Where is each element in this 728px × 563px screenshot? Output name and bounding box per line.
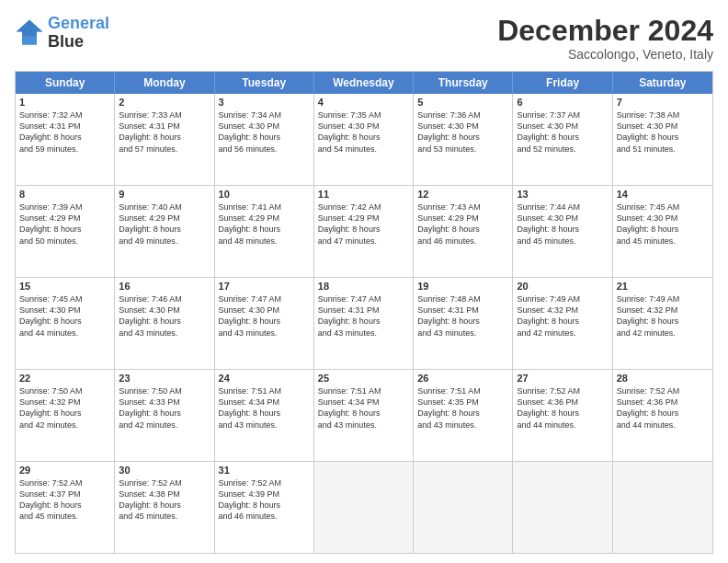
day-number: 14 — [617, 189, 709, 200]
calendar-row: 22Sunrise: 7:50 AMSunset: 4:32 PMDayligh… — [16, 369, 712, 461]
cell-info: Sunrise: 7:39 AMSunset: 4:29 PMDaylight:… — [19, 201, 110, 247]
location-title: Saccolongo, Veneto, Italy — [497, 47, 713, 62]
day-number: 21 — [617, 281, 709, 292]
calendar-row: 29Sunrise: 7:52 AMSunset: 4:37 PMDayligh… — [16, 461, 712, 553]
calendar: SundayMondayTuesdayWednesdayThursdayFrid… — [15, 71, 713, 554]
calendar-cell: 27Sunrise: 7:52 AMSunset: 4:36 PMDayligh… — [513, 370, 612, 461]
calendar-cell: 17Sunrise: 7:47 AMSunset: 4:30 PMDayligh… — [215, 278, 314, 369]
day-number: 22 — [19, 373, 110, 384]
cell-info: Sunrise: 7:49 AMSunset: 4:32 PMDaylight:… — [617, 293, 709, 339]
weekday-header: Saturday — [613, 72, 712, 94]
day-number: 17 — [219, 281, 310, 292]
calendar-header: SundayMondayTuesdayWednesdayThursdayFrid… — [16, 72, 712, 94]
cell-info: Sunrise: 7:52 AMSunset: 4:39 PMDaylight:… — [219, 477, 310, 523]
weekday-header: Monday — [115, 72, 214, 94]
day-number: 20 — [517, 281, 608, 292]
logo-line2: Blue — [48, 32, 84, 51]
calendar-cell: 31Sunrise: 7:52 AMSunset: 4:39 PMDayligh… — [215, 462, 314, 553]
day-number: 10 — [219, 189, 310, 200]
weekday-header: Sunday — [16, 72, 115, 94]
day-number: 13 — [517, 189, 608, 200]
calendar-cell: 25Sunrise: 7:51 AMSunset: 4:34 PMDayligh… — [314, 370, 414, 461]
cell-info: Sunrise: 7:46 AMSunset: 4:30 PMDaylight:… — [119, 293, 210, 339]
calendar-cell: 14Sunrise: 7:45 AMSunset: 4:30 PMDayligh… — [613, 186, 712, 277]
day-number: 26 — [417, 373, 508, 384]
cell-info: Sunrise: 7:52 AMSunset: 4:36 PMDaylight:… — [517, 385, 608, 431]
day-number: 19 — [417, 281, 508, 292]
calendar-cell: 19Sunrise: 7:48 AMSunset: 4:31 PMDayligh… — [414, 278, 513, 369]
day-number: 9 — [119, 189, 210, 200]
calendar-cell: 24Sunrise: 7:51 AMSunset: 4:34 PMDayligh… — [215, 370, 314, 461]
day-number: 15 — [19, 281, 110, 292]
cell-info: Sunrise: 7:47 AMSunset: 4:30 PMDaylight:… — [219, 293, 310, 339]
day-number: 11 — [318, 189, 409, 200]
cell-info: Sunrise: 7:51 AMSunset: 4:34 PMDaylight:… — [219, 385, 310, 431]
cell-info: Sunrise: 7:41 AMSunset: 4:29 PMDaylight:… — [219, 201, 310, 247]
calendar-cell — [613, 462, 712, 553]
calendar-cell: 23Sunrise: 7:50 AMSunset: 4:33 PMDayligh… — [115, 370, 214, 461]
day-number: 23 — [119, 373, 210, 384]
cell-info: Sunrise: 7:37 AMSunset: 4:30 PMDaylight:… — [517, 109, 608, 155]
cell-info: Sunrise: 7:48 AMSunset: 4:31 PMDaylight:… — [417, 293, 508, 339]
day-number: 4 — [318, 97, 409, 108]
calendar-row: 1Sunrise: 7:32 AMSunset: 4:31 PMDaylight… — [16, 94, 712, 185]
calendar-row: 8Sunrise: 7:39 AMSunset: 4:29 PMDaylight… — [16, 185, 712, 277]
cell-info: Sunrise: 7:35 AMSunset: 4:30 PMDaylight:… — [318, 109, 409, 155]
calendar-cell — [314, 462, 414, 553]
day-number: 7 — [617, 97, 709, 108]
calendar-cell: 5Sunrise: 7:36 AMSunset: 4:30 PMDaylight… — [414, 94, 513, 185]
day-number: 8 — [19, 189, 110, 200]
day-number: 25 — [318, 373, 409, 384]
day-number: 3 — [219, 97, 310, 108]
calendar-cell: 18Sunrise: 7:47 AMSunset: 4:31 PMDayligh… — [314, 278, 414, 369]
month-title: December 2024 — [497, 15, 713, 47]
weekday-header: Wednesday — [314, 72, 414, 94]
cell-info: Sunrise: 7:45 AMSunset: 4:30 PMDaylight:… — [19, 293, 110, 339]
logo-area: General Blue — [15, 15, 109, 52]
calendar-cell: 13Sunrise: 7:44 AMSunset: 4:30 PMDayligh… — [513, 186, 612, 277]
calendar-cell: 21Sunrise: 7:49 AMSunset: 4:32 PMDayligh… — [613, 278, 712, 369]
calendar-body: 1Sunrise: 7:32 AMSunset: 4:31 PMDaylight… — [16, 94, 712, 553]
cell-info: Sunrise: 7:44 AMSunset: 4:30 PMDaylight:… — [517, 201, 608, 247]
calendar-cell: 11Sunrise: 7:42 AMSunset: 4:29 PMDayligh… — [314, 186, 414, 277]
calendar-cell: 4Sunrise: 7:35 AMSunset: 4:30 PMDaylight… — [314, 94, 414, 185]
calendar-cell: 12Sunrise: 7:43 AMSunset: 4:29 PMDayligh… — [414, 186, 513, 277]
cell-info: Sunrise: 7:34 AMSunset: 4:30 PMDaylight:… — [219, 109, 310, 155]
logo-icon — [15, 18, 44, 48]
day-number: 30 — [119, 465, 210, 476]
cell-info: Sunrise: 7:50 AMSunset: 4:32 PMDaylight:… — [19, 385, 110, 431]
calendar-cell: 10Sunrise: 7:41 AMSunset: 4:29 PMDayligh… — [215, 186, 314, 277]
calendar-cell: 22Sunrise: 7:50 AMSunset: 4:32 PMDayligh… — [16, 370, 115, 461]
page: General Blue December 2024 Saccolongo, V… — [0, 0, 728, 563]
day-number: 29 — [19, 465, 110, 476]
cell-info: Sunrise: 7:45 AMSunset: 4:30 PMDaylight:… — [617, 201, 709, 247]
weekday-header: Tuesday — [215, 72, 314, 94]
day-number: 24 — [219, 373, 310, 384]
day-number: 1 — [19, 97, 110, 108]
day-number: 2 — [119, 97, 210, 108]
cell-info: Sunrise: 7:42 AMSunset: 4:29 PMDaylight:… — [318, 201, 409, 247]
calendar-cell: 15Sunrise: 7:45 AMSunset: 4:30 PMDayligh… — [16, 278, 115, 369]
svg-marker-1 — [17, 19, 43, 36]
calendar-cell: 9Sunrise: 7:40 AMSunset: 4:29 PMDaylight… — [115, 186, 214, 277]
calendar-cell — [513, 462, 612, 553]
calendar-cell — [414, 462, 513, 553]
cell-info: Sunrise: 7:47 AMSunset: 4:31 PMDaylight:… — [318, 293, 409, 339]
cell-info: Sunrise: 7:43 AMSunset: 4:29 PMDaylight:… — [417, 201, 508, 247]
calendar-cell: 16Sunrise: 7:46 AMSunset: 4:30 PMDayligh… — [115, 278, 214, 369]
cell-info: Sunrise: 7:52 AMSunset: 4:36 PMDaylight:… — [617, 385, 709, 431]
day-number: 5 — [417, 97, 508, 108]
cell-info: Sunrise: 7:51 AMSunset: 4:35 PMDaylight:… — [417, 385, 508, 431]
cell-info: Sunrise: 7:33 AMSunset: 4:31 PMDaylight:… — [119, 109, 210, 155]
calendar-cell: 7Sunrise: 7:38 AMSunset: 4:30 PMDaylight… — [613, 94, 712, 185]
logo-text: General Blue — [48, 15, 109, 52]
cell-info: Sunrise: 7:51 AMSunset: 4:34 PMDaylight:… — [318, 385, 409, 431]
day-number: 6 — [517, 97, 608, 108]
day-number: 18 — [318, 281, 409, 292]
calendar-cell: 2Sunrise: 7:33 AMSunset: 4:31 PMDaylight… — [115, 94, 214, 185]
header: General Blue December 2024 Saccolongo, V… — [15, 15, 713, 62]
logo-line1: General — [48, 14, 109, 32]
calendar-cell: 26Sunrise: 7:51 AMSunset: 4:35 PMDayligh… — [414, 370, 513, 461]
cell-info: Sunrise: 7:50 AMSunset: 4:33 PMDaylight:… — [119, 385, 210, 431]
cell-info: Sunrise: 7:32 AMSunset: 4:31 PMDaylight:… — [19, 109, 110, 155]
